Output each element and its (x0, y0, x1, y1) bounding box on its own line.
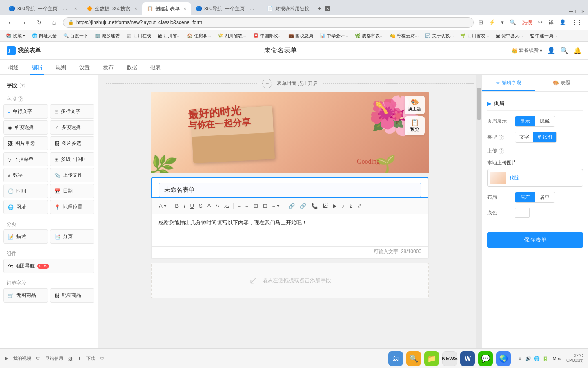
bookmark-accounting[interactable]: 📊 中华会计... (317, 32, 351, 40)
url-bar[interactable]: 🔒 https://jinshuju.net/forms/new?layout=… (63, 17, 474, 28)
form-title-input[interactable] (159, 183, 421, 197)
type-text-btn[interactable]: 文字 (515, 132, 533, 142)
bookmark-sichuan2[interactable]: 🏛 四川省... (155, 32, 183, 40)
user-icon[interactable]: 👤 (558, 18, 568, 26)
toolbar-font-color-btn[interactable]: A (205, 201, 213, 211)
field-image-multi[interactable]: 🖼 图片多选 (50, 136, 95, 150)
tab-5[interactable]: 📄 财报班常用链接 (262, 2, 314, 15)
sidebar-help-icon[interactable]: ? (20, 83, 25, 88)
align-left-btn[interactable]: 居左 (515, 192, 535, 202)
close-button[interactable]: × (581, 8, 585, 15)
bookmark-construction[interactable]: 🏗 中建一局... (527, 32, 559, 40)
theme-button[interactable]: 🎨 换主题 (405, 96, 425, 114)
field-number[interactable]: # 数字 (3, 168, 48, 182)
bookmark-tax[interactable]: 💼 国税总局 (286, 32, 316, 40)
toolbar-formula-btn[interactable]: Σ (347, 202, 354, 210)
add-cover-label[interactable]: 表单封面 点击开启 (277, 80, 317, 87)
tab-rules[interactable]: 规则 (54, 60, 68, 75)
bookmark-housing[interactable]: 🏠 住房和... (185, 32, 214, 40)
bookmark-zizhong[interactable]: 🏛 资中县人... (493, 32, 526, 40)
field-single-text[interactable]: ≡ 单行文字 (3, 104, 48, 119)
field-help-icon[interactable]: ? (18, 96, 23, 102)
save-form-button[interactable]: 保存表单 (487, 232, 583, 248)
field-image-product[interactable]: 🖼 配图商品 (50, 288, 95, 303)
new-tab-button[interactable]: + (314, 3, 325, 14)
volume-icon[interactable]: 🔊 (525, 356, 531, 361)
field-multi-dropdown[interactable]: ⊞ 多级下拉框 (50, 152, 95, 166)
display-show-btn[interactable]: 显示 (515, 116, 535, 126)
toolbar-bold-btn[interactable]: B (173, 202, 181, 210)
tab-3[interactable]: 📋 创建新表单 × (142, 2, 191, 15)
refresh-button[interactable]: ↻ (33, 17, 45, 28)
tab-publish[interactable]: 发布 (101, 60, 115, 75)
mic-icon[interactable]: 🎙 (518, 356, 523, 361)
toolbar-underline-btn[interactable]: U (188, 202, 196, 210)
toolbar-format-clear-btn[interactable]: x₂ (222, 202, 231, 210)
toolbar-unlink-btn[interactable]: 🔗 (298, 202, 308, 210)
extensions-icon[interactable]: ⚡ (487, 18, 497, 26)
field-multi-choice[interactable]: ☑ 多项选择 (50, 120, 95, 135)
taskbar-app-folder[interactable]: 📁 (424, 351, 439, 366)
tab-edit[interactable]: 编辑 (30, 60, 44, 75)
app-logo[interactable]: J 我的表单 (7, 46, 41, 55)
type-help-icon[interactable]: ? (499, 135, 504, 140)
align-center-btn[interactable]: 居中 (535, 192, 555, 202)
right-tab-appearance[interactable]: 🎨 表题 (535, 75, 588, 91)
preview-button[interactable]: 📋 预览 (405, 116, 425, 135)
toolbar-audio-btn[interactable]: ♪ (340, 202, 347, 210)
dropdown-icon[interactable]: ▾ (499, 18, 506, 26)
taskbar-app-news[interactable]: NEWS (442, 351, 457, 366)
toolbar-link-btn[interactable]: 🔗 (286, 202, 297, 210)
toolbar-align-btn[interactable]: ≡ ▾ (270, 202, 282, 210)
right-tab-edit-field[interactable]: ✏ 编辑字段 (482, 75, 535, 91)
toolbar-fullscreen-btn[interactable]: ⤢ (355, 202, 364, 210)
plan-button[interactable]: 👑 套餐续费 ▾ (512, 47, 542, 54)
bookmark-switch[interactable]: 🔄 关于切换... (423, 32, 456, 40)
toolbar-ordered-list-btn[interactable]: ≡ (236, 202, 243, 210)
tab-1[interactable]: 🔵 360导航_一个主页，整个世界 × (4, 2, 82, 15)
tab-3-close[interactable]: × (184, 6, 186, 11)
back-button[interactable]: ‹ (4, 17, 16, 28)
tab-report[interactable]: 报表 (149, 60, 163, 75)
type-image-btn[interactable]: 单张图 (533, 132, 556, 142)
add-cover-btn[interactable]: + (262, 79, 272, 88)
tab-1-close[interactable]: × (74, 6, 77, 11)
taskbar-app-wechat[interactable]: 💬 (478, 351, 493, 366)
form-description-area[interactable]: 感谢您能抽出几分钟时间填写以下内容，现在我们马上开始吧！ (151, 214, 428, 247)
tab-settings[interactable]: 设置 (78, 60, 91, 75)
toolbar-outdent-btn[interactable]: ⊟ (261, 202, 270, 210)
field-date[interactable]: 📅 日期 (50, 184, 95, 198)
tab-overview[interactable]: 概述 (7, 60, 20, 75)
field-website[interactable]: 🌐 网址 (3, 200, 48, 214)
scissors-icon[interactable]: ✂ (537, 18, 544, 26)
bookmark-chengxiang[interactable]: 🏢 城乡建委 (92, 32, 122, 40)
bookmark-collections[interactable]: 📚 收藏 ▾ (3, 32, 28, 40)
toolbar-video-btn[interactable]: ▶ (331, 202, 339, 210)
toolbar-font-btn[interactable]: A ▾ (157, 202, 169, 210)
remove-upload-btn[interactable]: 移除 (510, 175, 519, 182)
tab-data[interactable]: 数据 (125, 60, 139, 75)
search-btn[interactable]: 🔍 (508, 18, 518, 26)
bookmark-agriculture[interactable]: 🌾 四川省农... (215, 32, 249, 40)
forward-button[interactable]: › (19, 17, 30, 28)
field-multi-text[interactable]: ⊟ 多行文字 (50, 104, 95, 119)
battery-icon[interactable]: 🔋 (542, 356, 548, 361)
notification-icon[interactable]: 🔔 (573, 47, 581, 54)
field-dropdown[interactable]: ▽ 下拉菜单 (3, 152, 48, 166)
bookmark-webdirectory[interactable]: 🌐 网址大全 (29, 32, 59, 40)
home-button[interactable]: ⌂ (48, 17, 60, 28)
add-field-area[interactable]: ↙ 请从左侧拖拽或点击添加字段 (151, 263, 429, 298)
minimize-button[interactable]: ─ (569, 8, 573, 15)
menu-icon[interactable]: ⋮⋮ (570, 18, 584, 26)
field-page-break[interactable]: 📑 分页 (50, 229, 95, 244)
toolbar-strike-btn[interactable]: S (197, 202, 205, 210)
network-icon[interactable]: 🌐 (534, 356, 540, 361)
taskbar-app-browser[interactable]: 🌏 (496, 351, 511, 366)
tab-counter[interactable]: 5 (325, 6, 330, 11)
field-time[interactable]: 🕐 时间 (3, 184, 48, 198)
bookmark-sichuan1[interactable]: 📰 四川在线 (124, 32, 154, 40)
taskbar-app-search[interactable]: 🔍 (406, 351, 421, 366)
field-description[interactable]: 📝 描述 (3, 229, 48, 244)
field-upload[interactable]: 📎 上传文件 (50, 168, 95, 182)
restore-button[interactable]: □ (575, 8, 579, 15)
